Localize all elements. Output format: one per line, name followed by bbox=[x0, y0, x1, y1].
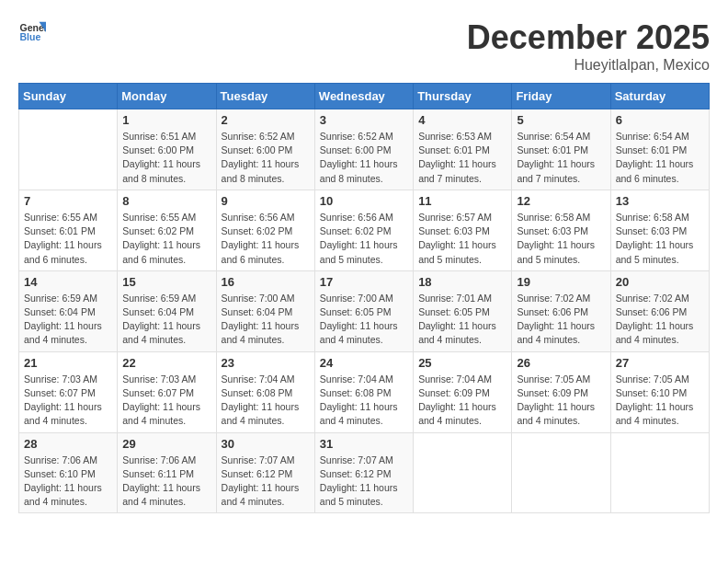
calendar-cell: 26Sunrise: 7:05 AMSunset: 6:09 PMDayligh… bbox=[512, 351, 610, 432]
day-number: 2 bbox=[222, 113, 310, 127]
day-number: 30 bbox=[222, 437, 310, 451]
logo: General Blue bbox=[18, 18, 46, 46]
day-info: Sunrise: 7:05 AMSunset: 6:09 PMDaylight:… bbox=[517, 373, 605, 429]
calendar-cell: 23Sunrise: 7:04 AMSunset: 6:08 PMDayligh… bbox=[216, 351, 314, 432]
calendar-cell: 7Sunrise: 6:55 AMSunset: 6:01 PMDaylight… bbox=[19, 190, 118, 270]
calendar-cell: 20Sunrise: 7:02 AMSunset: 6:06 PMDayligh… bbox=[610, 270, 709, 351]
calendar-cell: 22Sunrise: 7:03 AMSunset: 6:07 PMDayligh… bbox=[118, 351, 216, 432]
title-section: December 2025 Hueyitlalpan, Mexico bbox=[467, 18, 710, 74]
weekday-header-friday: Friday bbox=[512, 84, 610, 109]
day-info: Sunrise: 7:06 AMSunset: 6:11 PMDaylight:… bbox=[122, 454, 210, 510]
calendar-cell: 9Sunrise: 6:56 AMSunset: 6:02 PMDaylight… bbox=[216, 190, 314, 270]
weekday-header-thursday: Thursday bbox=[414, 84, 512, 109]
weekday-header-tuesday: Tuesday bbox=[216, 84, 314, 109]
calendar-cell: 19Sunrise: 7:02 AMSunset: 6:06 PMDayligh… bbox=[512, 270, 610, 351]
day-number: 23 bbox=[222, 356, 310, 370]
day-number: 17 bbox=[320, 275, 408, 289]
calendar-week-2: 7Sunrise: 6:55 AMSunset: 6:01 PMDaylight… bbox=[19, 190, 710, 270]
calendar-cell: 30Sunrise: 7:07 AMSunset: 6:12 PMDayligh… bbox=[216, 432, 314, 513]
day-info: Sunrise: 6:56 AMSunset: 6:02 PMDaylight:… bbox=[222, 211, 310, 267]
day-info: Sunrise: 6:55 AMSunset: 6:01 PMDaylight:… bbox=[24, 211, 112, 267]
calendar-cell: 11Sunrise: 6:57 AMSunset: 6:03 PMDayligh… bbox=[414, 190, 512, 270]
calendar-cell: 17Sunrise: 7:00 AMSunset: 6:05 PMDayligh… bbox=[314, 270, 413, 351]
day-number: 27 bbox=[616, 356, 704, 370]
day-info: Sunrise: 6:51 AMSunset: 6:00 PMDaylight:… bbox=[122, 130, 210, 186]
day-info: Sunrise: 6:57 AMSunset: 6:03 PMDaylight:… bbox=[418, 211, 506, 267]
day-info: Sunrise: 6:56 AMSunset: 6:02 PMDaylight:… bbox=[320, 211, 408, 267]
weekday-header-saturday: Saturday bbox=[610, 84, 709, 109]
day-info: Sunrise: 7:07 AMSunset: 6:12 PMDaylight:… bbox=[320, 454, 408, 510]
day-number: 3 bbox=[320, 113, 408, 127]
day-number: 13 bbox=[616, 194, 704, 208]
calendar-cell: 14Sunrise: 6:59 AMSunset: 6:04 PMDayligh… bbox=[19, 270, 118, 351]
day-number: 29 bbox=[122, 437, 210, 451]
calendar-cell: 6Sunrise: 6:54 AMSunset: 6:01 PMDaylight… bbox=[610, 109, 709, 190]
day-info: Sunrise: 6:53 AMSunset: 6:01 PMDaylight:… bbox=[418, 130, 506, 186]
day-number: 18 bbox=[418, 275, 506, 289]
day-info: Sunrise: 7:04 AMSunset: 6:09 PMDaylight:… bbox=[418, 373, 506, 429]
month-title: December 2025 bbox=[467, 18, 710, 57]
weekday-header-wednesday: Wednesday bbox=[314, 84, 413, 109]
calendar-week-3: 14Sunrise: 6:59 AMSunset: 6:04 PMDayligh… bbox=[19, 270, 710, 351]
day-info: Sunrise: 7:04 AMSunset: 6:08 PMDaylight:… bbox=[222, 373, 310, 429]
calendar-cell: 27Sunrise: 7:05 AMSunset: 6:10 PMDayligh… bbox=[610, 351, 709, 432]
calendar-cell: 21Sunrise: 7:03 AMSunset: 6:07 PMDayligh… bbox=[19, 351, 118, 432]
day-info: Sunrise: 7:00 AMSunset: 6:05 PMDaylight:… bbox=[320, 292, 408, 348]
calendar-cell: 28Sunrise: 7:06 AMSunset: 6:10 PMDayligh… bbox=[19, 432, 118, 513]
calendar-cell bbox=[414, 432, 512, 513]
calendar-cell: 29Sunrise: 7:06 AMSunset: 6:11 PMDayligh… bbox=[118, 432, 216, 513]
day-info: Sunrise: 6:58 AMSunset: 6:03 PMDaylight:… bbox=[616, 211, 704, 267]
calendar-cell: 16Sunrise: 7:00 AMSunset: 6:04 PMDayligh… bbox=[216, 270, 314, 351]
calendar-cell: 5Sunrise: 6:54 AMSunset: 6:01 PMDaylight… bbox=[512, 109, 610, 190]
weekday-header-sunday: Sunday bbox=[19, 84, 118, 109]
calendar-week-5: 28Sunrise: 7:06 AMSunset: 6:10 PMDayligh… bbox=[19, 432, 710, 513]
day-info: Sunrise: 6:55 AMSunset: 6:02 PMDaylight:… bbox=[122, 211, 210, 267]
calendar-cell bbox=[512, 432, 610, 513]
day-info: Sunrise: 7:03 AMSunset: 6:07 PMDaylight:… bbox=[24, 373, 112, 429]
page-header: General Blue December 2025 Hueyitlalpan,… bbox=[18, 18, 710, 74]
day-number: 14 bbox=[24, 275, 112, 289]
calendar-cell: 3Sunrise: 6:52 AMSunset: 6:00 PMDaylight… bbox=[314, 109, 413, 190]
day-number: 15 bbox=[122, 275, 210, 289]
calendar-cell: 4Sunrise: 6:53 AMSunset: 6:01 PMDaylight… bbox=[414, 109, 512, 190]
day-info: Sunrise: 7:05 AMSunset: 6:10 PMDaylight:… bbox=[616, 373, 704, 429]
logo-icon: General Blue bbox=[18, 18, 46, 46]
day-info: Sunrise: 7:02 AMSunset: 6:06 PMDaylight:… bbox=[616, 292, 704, 348]
day-info: Sunrise: 6:59 AMSunset: 6:04 PMDaylight:… bbox=[24, 292, 112, 348]
calendar-cell: 24Sunrise: 7:04 AMSunset: 6:08 PMDayligh… bbox=[314, 351, 413, 432]
day-number: 12 bbox=[517, 194, 605, 208]
calendar-cell: 31Sunrise: 7:07 AMSunset: 6:12 PMDayligh… bbox=[314, 432, 413, 513]
calendar-table: SundayMondayTuesdayWednesdayThursdayFrid… bbox=[18, 83, 710, 513]
calendar-cell: 2Sunrise: 6:52 AMSunset: 6:00 PMDaylight… bbox=[216, 109, 314, 190]
day-info: Sunrise: 6:58 AMSunset: 6:03 PMDaylight:… bbox=[517, 211, 605, 267]
day-number: 11 bbox=[418, 194, 506, 208]
day-number: 19 bbox=[517, 275, 605, 289]
calendar-cell: 15Sunrise: 6:59 AMSunset: 6:04 PMDayligh… bbox=[118, 270, 216, 351]
day-info: Sunrise: 6:54 AMSunset: 6:01 PMDaylight:… bbox=[517, 130, 605, 186]
day-number: 10 bbox=[320, 194, 408, 208]
calendar-cell: 13Sunrise: 6:58 AMSunset: 6:03 PMDayligh… bbox=[610, 190, 709, 270]
day-number: 5 bbox=[517, 113, 605, 127]
calendar-cell: 12Sunrise: 6:58 AMSunset: 6:03 PMDayligh… bbox=[512, 190, 610, 270]
calendar-cell: 18Sunrise: 7:01 AMSunset: 6:05 PMDayligh… bbox=[414, 270, 512, 351]
day-number: 4 bbox=[418, 113, 506, 127]
day-number: 24 bbox=[320, 356, 408, 370]
day-info: Sunrise: 7:07 AMSunset: 6:12 PMDaylight:… bbox=[222, 454, 310, 510]
calendar-cell bbox=[610, 432, 709, 513]
day-number: 21 bbox=[24, 356, 112, 370]
day-info: Sunrise: 7:01 AMSunset: 6:05 PMDaylight:… bbox=[418, 292, 506, 348]
svg-text:Blue: Blue bbox=[20, 31, 41, 42]
calendar-cell: 8Sunrise: 6:55 AMSunset: 6:02 PMDaylight… bbox=[118, 190, 216, 270]
weekday-header-monday: Monday bbox=[118, 84, 216, 109]
day-number: 16 bbox=[222, 275, 310, 289]
calendar-week-1: 1Sunrise: 6:51 AMSunset: 6:00 PMDaylight… bbox=[19, 109, 710, 190]
calendar-cell: 10Sunrise: 6:56 AMSunset: 6:02 PMDayligh… bbox=[314, 190, 413, 270]
calendar-cell bbox=[19, 109, 118, 190]
day-info: Sunrise: 7:06 AMSunset: 6:10 PMDaylight:… bbox=[24, 454, 112, 510]
day-number: 31 bbox=[320, 437, 408, 451]
day-number: 22 bbox=[122, 356, 210, 370]
day-number: 28 bbox=[24, 437, 112, 451]
calendar-week-4: 21Sunrise: 7:03 AMSunset: 6:07 PMDayligh… bbox=[19, 351, 710, 432]
location: Hueyitlalpan, Mexico bbox=[467, 57, 710, 74]
day-info: Sunrise: 6:54 AMSunset: 6:01 PMDaylight:… bbox=[616, 130, 704, 186]
